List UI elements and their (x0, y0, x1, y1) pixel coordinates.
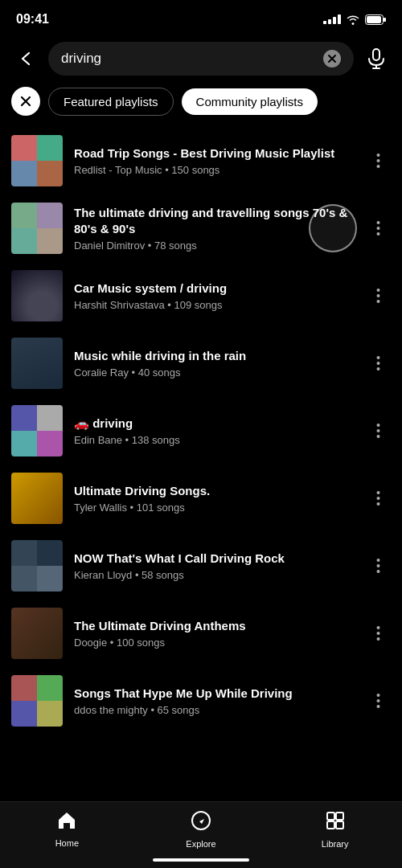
playlist-info: The Ultimate Driving Anthems Doogie • 10… (74, 618, 354, 649)
playlist-title: Car Music system / driving (74, 280, 354, 297)
list-item[interactable]: Songs That Hype Me Up While Driving ddos… (0, 667, 402, 735)
mic-button[interactable] (362, 44, 391, 73)
playlist-thumbnail (11, 135, 63, 186)
list-item[interactable]: The ultimate driving and travelling song… (0, 194, 402, 262)
svg-point-15 (376, 356, 379, 359)
svg-rect-2 (367, 16, 381, 23)
explore-icon (191, 810, 211, 836)
more-options-button[interactable] (365, 553, 391, 579)
playlist-thumbnail (11, 473, 63, 524)
svg-rect-35 (336, 813, 343, 820)
svg-point-11 (376, 232, 379, 235)
list-item[interactable]: Music while driving in the rain Coralie … (0, 330, 402, 397)
playlist-thumbnail (11, 608, 63, 659)
chip-featured-playlists[interactable]: Featured playlists (48, 88, 174, 116)
playlist-info: NOW That's What I Call Driving Rock Kier… (74, 551, 354, 582)
svg-rect-34 (327, 813, 334, 820)
nav-library-label: Library (322, 839, 349, 849)
svg-point-30 (376, 694, 379, 697)
more-options-button[interactable] (365, 215, 391, 241)
svg-point-7 (376, 159, 379, 162)
more-options-button[interactable] (365, 620, 391, 646)
playlist-title: The Ultimate Driving Anthems (74, 618, 354, 634)
search-query: driving (61, 51, 317, 67)
list-item[interactable]: Road Trip Songs - Best Driving Music Pla… (0, 127, 402, 194)
signal-icon (323, 14, 341, 24)
playlist-meta: Coralie Ray • 40 songs (74, 366, 354, 379)
back-button[interactable] (11, 44, 40, 73)
status-bar: 09:41 (0, 0, 402, 35)
more-options-button[interactable] (365, 148, 391, 174)
playlist-info: 🚗 driving Edin Bane • 138 songs (74, 416, 354, 447)
svg-point-8 (376, 165, 379, 168)
nav-explore-label: Explore (186, 839, 215, 849)
playlist-title: Road Trip Songs - Best Driving Music Pla… (74, 145, 354, 162)
list-item[interactable]: Ultimate Driving Songs. Tyler Wallis • 1… (0, 465, 402, 532)
svg-rect-3 (373, 49, 379, 60)
chip-community-playlists[interactable]: Community playlists (182, 88, 318, 115)
nav-library[interactable]: Library (307, 810, 363, 849)
playlist-info: Car Music system / driving Harshit Shriv… (74, 280, 354, 312)
svg-point-29 (376, 637, 379, 641)
battery-icon (365, 14, 386, 25)
svg-point-6 (376, 154, 379, 157)
search-input-wrapper[interactable]: driving (48, 42, 354, 76)
svg-point-32 (376, 705, 379, 708)
playlist-thumbnail (11, 203, 63, 254)
playlist-meta: Edin Bane • 138 songs (74, 434, 354, 446)
clear-button[interactable] (323, 50, 341, 68)
list-item[interactable]: The Ultimate Driving Anthems Doogie • 10… (0, 600, 402, 667)
nav-explore[interactable]: Explore (173, 810, 229, 849)
filter-chips: Featured playlists Community playlists (0, 82, 402, 124)
home-indicator (153, 858, 249, 862)
playlist-info: Ultimate Driving Songs. Tyler Wallis • 1… (74, 483, 354, 514)
status-time: 09:41 (16, 12, 49, 27)
playlist-meta: Harshit Shrivastava • 109 songs (74, 299, 354, 311)
more-options-button[interactable] (365, 688, 391, 714)
playlist-title: NOW That's What I Call Driving Rock (74, 551, 354, 567)
playlist-meta: ddos the mighty • 65 songs (74, 704, 354, 716)
svg-point-28 (376, 632, 379, 635)
playlist-info: The ultimate driving and travelling song… (74, 205, 354, 252)
library-icon (325, 810, 346, 836)
svg-rect-1 (384, 18, 386, 22)
more-options-button[interactable] (365, 350, 391, 376)
svg-point-21 (376, 491, 379, 494)
list-item[interactable]: 🚗 driving Edin Bane • 138 songs (0, 397, 402, 465)
playlist-info: Music while driving in the rain Coralie … (74, 348, 354, 379)
more-options-button[interactable] (365, 283, 391, 309)
svg-rect-36 (327, 821, 334, 829)
playlist-title: 🚗 driving (74, 416, 354, 432)
playlist-thumbnail (11, 405, 63, 457)
playlist-title: Ultimate Driving Songs. (74, 483, 354, 499)
svg-point-25 (376, 564, 379, 567)
wifi-icon (346, 14, 360, 25)
playlist-meta: Doogie • 100 songs (74, 637, 354, 649)
playlist-meta: Tyler Wallis • 101 songs (74, 502, 354, 514)
svg-point-14 (376, 300, 379, 303)
playlist-thumbnail (11, 540, 63, 592)
playlist-meta: Daniel Dimitrov • 78 songs (74, 240, 354, 252)
list-item[interactable]: Car Music system / driving Harshit Shriv… (0, 262, 402, 330)
nav-home-label: Home (55, 838, 79, 848)
playlist-thumbnail (11, 675, 63, 727)
nav-home[interactable]: Home (39, 811, 95, 848)
svg-point-31 (376, 699, 379, 702)
list-item[interactable]: NOW That's What I Call Driving Rock Kier… (0, 532, 402, 600)
svg-point-19 (376, 429, 379, 432)
playlist-title: The ultimate driving and travelling song… (74, 205, 354, 236)
close-filter-button[interactable] (11, 87, 40, 116)
svg-point-24 (376, 559, 379, 562)
svg-point-17 (376, 367, 379, 371)
playlist-thumbnail (11, 270, 63, 321)
more-options-button[interactable] (365, 418, 391, 444)
svg-point-23 (376, 502, 379, 506)
svg-point-18 (376, 424, 379, 427)
playlist-thumbnail (11, 338, 63, 389)
playlist-list: Road Trip Songs - Best Driving Music Pla… (0, 124, 402, 738)
more-options-button[interactable] (365, 485, 391, 511)
svg-point-20 (376, 435, 379, 438)
svg-point-13 (376, 294, 379, 297)
status-icons (323, 14, 386, 25)
svg-point-12 (376, 289, 379, 292)
